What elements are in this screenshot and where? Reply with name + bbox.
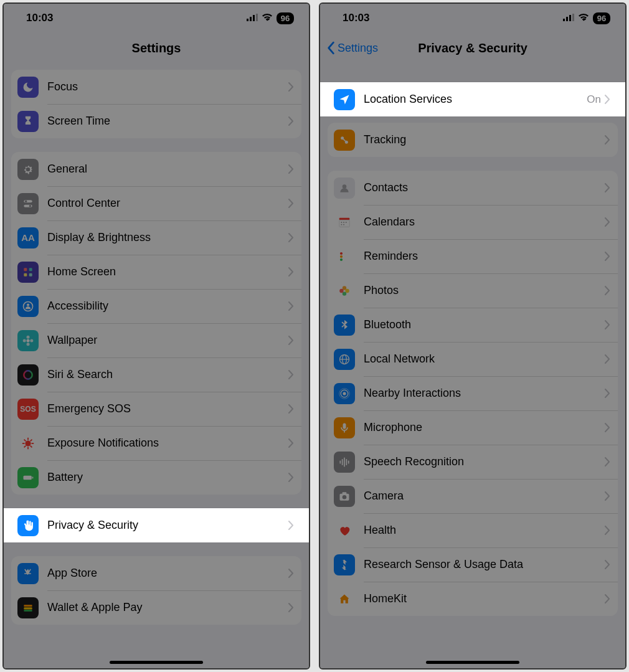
chevron-right-icon (288, 336, 294, 345)
row-wallet[interactable]: Wallet & Apple Pay (11, 590, 301, 625)
svg-rect-36 (569, 15, 571, 21)
chevron-right-icon (605, 354, 610, 364)
sos-icon: SOS (17, 399, 39, 420)
svg-point-49 (340, 255, 343, 257)
row-label: Home Screen (47, 265, 288, 278)
chevron-right-icon (288, 370, 294, 379)
location-icon (334, 89, 355, 110)
row-local-network[interactable]: Local Network (328, 342, 618, 376)
svg-line-25 (24, 439, 26, 441)
battery-level: 96 (593, 12, 610, 24)
row-label: Location Services (364, 93, 587, 106)
row-focus[interactable]: Focus (11, 70, 301, 104)
row-research[interactable]: Research Sensor & Usage Data (328, 547, 618, 582)
wave-icon (334, 452, 355, 473)
row-siri[interactable]: Siri & Search (11, 357, 301, 392)
row-wallpaper[interactable]: Wallpaper (11, 323, 301, 357)
row-app-store[interactable]: App Store (11, 556, 301, 590)
settings-group: App Store Wallet & Apple Pay (11, 556, 301, 625)
row-label: Siri & Search (47, 368, 288, 381)
home-indicator[interactable] (426, 661, 519, 664)
phone-left-settings: 10:03 96 Settings Focus Screen Time Gene… (2, 2, 310, 670)
row-homekit[interactable]: HomeKit (328, 582, 618, 616)
row-microphone[interactable]: Microphone (328, 410, 618, 445)
row-label: HomeKit (364, 592, 605, 605)
row-display[interactable]: AA Display & Brightness (11, 220, 301, 255)
camera-icon (334, 486, 355, 507)
appstore-icon (17, 563, 39, 584)
row-emergency[interactable]: SOS Emergency SOS (11, 392, 301, 426)
back-button[interactable]: Settings (326, 32, 378, 64)
row-exposure[interactable]: Exposure Notifications (11, 426, 301, 460)
person-icon (17, 296, 39, 317)
privacy-list[interactable]: Location Services On Tracking Contacts C… (320, 64, 625, 668)
row-label: Privacy & Security (47, 519, 288, 532)
bluetooth-icon (334, 315, 355, 336)
row-nearby[interactable]: Nearby Interactions (328, 376, 618, 410)
heart-icon (334, 520, 355, 541)
svg-point-17 (23, 339, 26, 342)
reminders-icon (334, 246, 355, 267)
row-location[interactable]: Location Services On (328, 82, 618, 116)
cellular-icon (563, 12, 574, 24)
svg-rect-3 (256, 14, 258, 21)
row-label: Camera (364, 490, 605, 503)
svg-line-26 (31, 445, 32, 447)
row-home-screen[interactable]: Home Screen (11, 255, 301, 289)
home-icon (334, 589, 355, 610)
calendar-icon (334, 212, 355, 233)
row-label: Health (364, 524, 605, 537)
row-label: Display & Brightness (47, 231, 288, 244)
row-accessibility[interactable]: Accessibility (11, 289, 301, 323)
wifi-icon (578, 12, 589, 24)
settings-list[interactable]: Focus Screen Time General Control Center… (4, 64, 309, 668)
svg-rect-0 (247, 19, 248, 21)
row-label: Reminders (364, 250, 605, 263)
svg-point-47 (343, 224, 344, 225)
svg-point-16 (27, 343, 30, 346)
svg-point-7 (29, 205, 31, 207)
back-label: Settings (338, 42, 378, 55)
wifi-icon (262, 12, 273, 24)
home-indicator[interactable] (110, 661, 203, 664)
svg-rect-1 (250, 17, 252, 21)
status-bar: 10:03 96 (4, 4, 309, 32)
clock: 10:03 (343, 12, 369, 24)
wallet-icon (17, 597, 39, 618)
row-camera[interactable]: Camera (328, 479, 618, 513)
battery-icon (17, 467, 39, 488)
row-privacy[interactable]: Privacy & Security (11, 508, 301, 542)
svg-point-46 (341, 224, 343, 225)
row-health[interactable]: Health (328, 513, 618, 547)
page-title: Settings (132, 41, 181, 55)
svg-rect-31 (24, 605, 32, 607)
mic-icon (334, 417, 355, 438)
battery-level: 96 (277, 12, 294, 24)
row-tracking[interactable]: Tracking (328, 123, 618, 157)
row-speech[interactable]: Speech Recognition (328, 445, 618, 479)
svg-point-58 (343, 392, 346, 395)
svg-rect-34 (563, 19, 565, 21)
row-general[interactable]: General (11, 152, 301, 186)
row-contacts[interactable]: Contacts (328, 171, 618, 205)
svg-rect-32 (24, 607, 32, 609)
settings-group: Focus Screen Time (11, 70, 301, 138)
row-calendars[interactable]: Calendars (328, 205, 618, 239)
svg-point-20 (25, 440, 31, 446)
tracking-icon (334, 130, 355, 151)
svg-point-50 (340, 258, 343, 260)
row-photos[interactable]: Photos (328, 273, 618, 308)
row-screen-time[interactable]: Screen Time (11, 104, 301, 138)
svg-rect-69 (343, 492, 347, 494)
svg-point-5 (25, 200, 27, 202)
row-control-center[interactable]: Control Center (11, 186, 301, 220)
svg-point-45 (346, 222, 347, 223)
row-reminders[interactable]: Reminders (328, 239, 618, 273)
row-battery[interactable]: Battery (11, 460, 301, 495)
svg-rect-41 (339, 217, 350, 220)
row-label: Speech Recognition (364, 455, 605, 468)
svg-point-18 (30, 339, 33, 342)
row-bluetooth[interactable]: Bluetooth (328, 308, 618, 342)
svg-rect-9 (29, 268, 32, 271)
globe-icon (334, 349, 355, 370)
